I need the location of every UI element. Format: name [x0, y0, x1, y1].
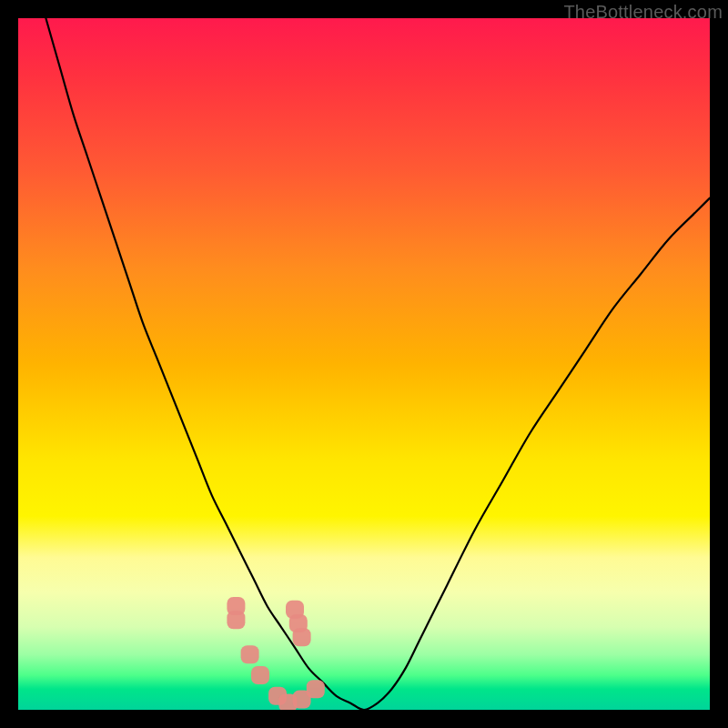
bottleneck-curve-path	[46, 18, 710, 710]
chart-svg	[18, 18, 710, 710]
data-point-marker	[227, 611, 245, 629]
highlighted-points-group	[227, 597, 324, 710]
data-point-marker	[286, 601, 304, 619]
data-point-marker	[251, 666, 269, 684]
chart-frame: TheBottleneck.com	[0, 0, 728, 728]
data-point-marker	[293, 628, 311, 646]
data-point-marker	[307, 680, 325, 698]
data-point-marker	[241, 645, 259, 663]
plot-area	[18, 18, 710, 710]
